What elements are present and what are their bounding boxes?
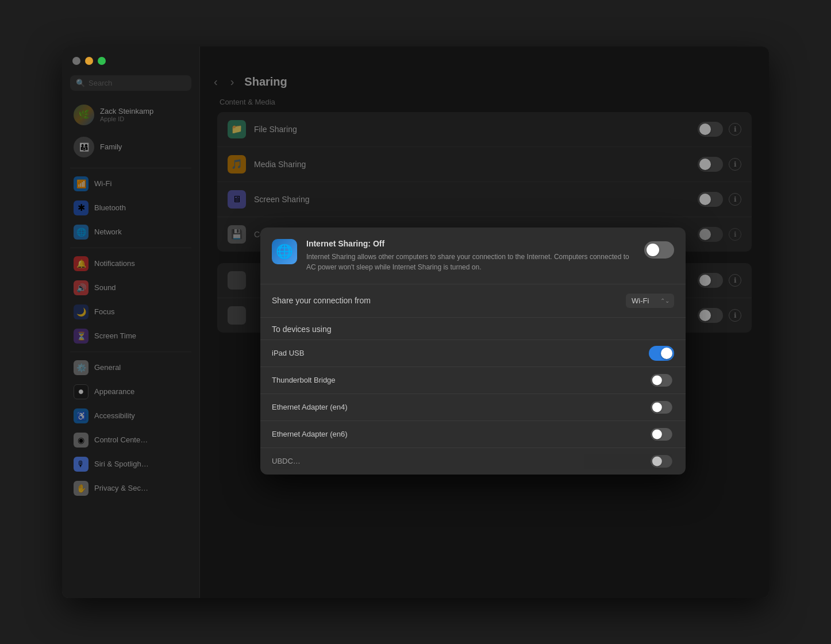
- toggle-knob: [652, 375, 662, 385]
- device-ipad-usb-row: iPad USB: [260, 340, 686, 367]
- internet-sharing-header: 🌐 Internet Sharing: Off Internet Sharing…: [260, 227, 686, 284]
- device-ubdc-toggle[interactable]: [651, 454, 672, 467]
- device-thunderbolt-row: Thunderbolt Bridge: [260, 367, 686, 394]
- device-ipad-usb-toggle[interactable]: [649, 346, 674, 361]
- system-settings-window: 🔍 🌿 Zack Steinkamp Apple ID 👨‍👩‍👧 Family…: [62, 47, 769, 598]
- modal-overlay: 🌐 Internet Sharing: Off Internet Sharing…: [62, 47, 769, 598]
- device-ipad-usb-label: iPad USB: [272, 349, 304, 357]
- internet-sharing-title: Internet Sharing: Off: [306, 239, 635, 248]
- device-thunderbolt-toggle[interactable]: [651, 373, 672, 386]
- device-ethernet-en6-label: Ethernet Adapter (en6): [272, 430, 348, 438]
- toggle-knob: [652, 402, 662, 412]
- toggle-knob: [652, 456, 662, 466]
- close-button[interactable]: [72, 57, 80, 65]
- internet-sharing-desc: Internet Sharing allows other computers …: [306, 252, 635, 272]
- internet-sharing-toggle[interactable]: [644, 241, 674, 259]
- device-ubdc-label: UBDC…: [272, 457, 301, 465]
- internet-sharing-toggle-knob: [647, 244, 659, 256]
- toggle-knob: [652, 429, 662, 439]
- connection-from-row: Share your connection from Wi-Fi Etherne…: [260, 284, 686, 318]
- device-ubdc-row: UBDC…: [260, 448, 686, 475]
- connection-select-wrapper: Wi-Fi Ethernet USB: [626, 294, 674, 308]
- internet-sharing-modal: 🌐 Internet Sharing: Off Internet Sharing…: [260, 227, 686, 475]
- device-thunderbolt-label: Thunderbolt Bridge: [272, 376, 336, 384]
- globe-icon: 🌐: [272, 239, 297, 264]
- maximize-button[interactable]: [98, 57, 106, 65]
- toggle-knob: [661, 348, 672, 359]
- minimize-button[interactable]: [85, 57, 93, 65]
- device-ethernet-en4-row: Ethernet Adapter (en4): [260, 394, 686, 421]
- connection-dropdown[interactable]: Wi-Fi Ethernet USB: [626, 294, 674, 308]
- traffic-lights: [72, 57, 106, 65]
- device-ethernet-en6-toggle[interactable]: [651, 427, 672, 440]
- device-ethernet-en4-toggle[interactable]: [651, 400, 672, 413]
- connection-from-label: Share your connection from: [272, 296, 371, 305]
- device-ethernet-en4-label: Ethernet Adapter (en4): [272, 403, 348, 411]
- device-ethernet-en6-row: Ethernet Adapter (en6): [260, 421, 686, 448]
- modal-text: Internet Sharing: Off Internet Sharing a…: [306, 239, 635, 272]
- devices-label: To devices using: [260, 318, 686, 340]
- internet-sharing-toggle-area: [644, 239, 674, 259]
